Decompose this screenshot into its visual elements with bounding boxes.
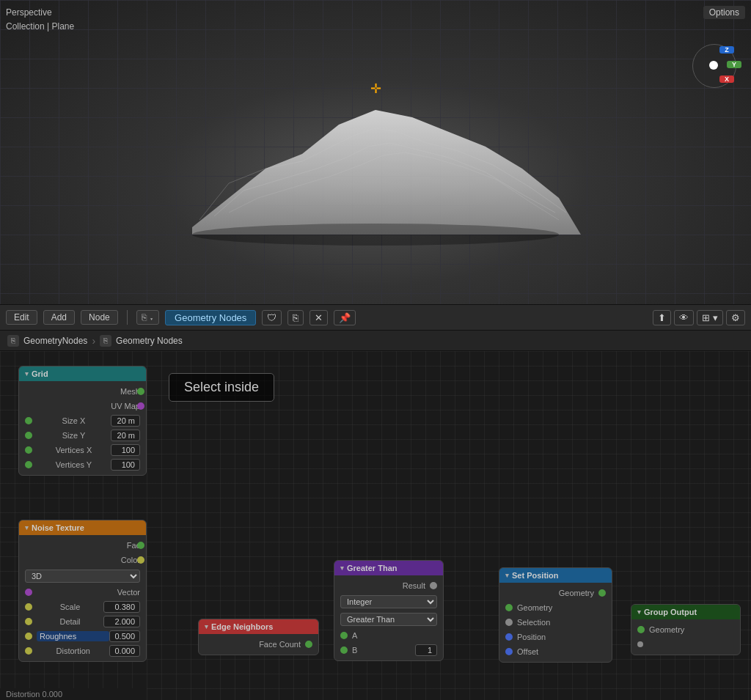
noise-detail-value[interactable]: 2.000 [103,616,140,627]
noise-distortion-label: Distortion [56,646,90,655]
pin-icon-btn[interactable]: 📌 [334,310,356,325]
noise-texture-node: ▾ Noise Texture Fac Color 3D Vector [18,520,147,662]
setpos-selection-row: Selection [505,615,606,630]
settings-icon-btn[interactable]: ⚙ [726,310,745,325]
noise-scale-socket[interactable] [25,603,32,611]
output-collapse-arrow[interactable]: ▾ [637,608,641,616]
upload-icon-btn[interactable]: ⬆ [653,310,671,325]
greater-operation-select[interactable]: Greater Than [340,613,437,626]
grid-vertsy-row: Vertices Y 100 [25,457,140,472]
crosshair: ✛ [370,81,381,97]
greater-than-body: Result Integer Greater Than A B 1 [334,575,443,660]
output-geom-row: Geometry [637,622,734,637]
grid-uv-socket[interactable] [137,402,144,410]
greater-b-value[interactable]: 1 [415,644,437,656]
noise-roughness-field[interactable]: Roughnes [37,631,109,641]
close-icon-btn[interactable]: ✕ [309,310,328,325]
noise-collapse-arrow[interactable]: ▾ [25,524,29,531]
grid-uv-row: UV Map [25,399,140,413]
viewport-label: Perspective Collection | Plane [6,6,74,34]
setpos-geom-in-socket[interactable] [505,604,513,611]
copy-icon-btn[interactable]: ⎘ [287,310,304,325]
greater-b-socket[interactable] [340,646,348,654]
gizmo-center-dot [709,61,718,70]
gizmo-z-axis[interactable]: Z [719,46,734,54]
noise-vector-socket[interactable] [25,589,32,596]
node-editor[interactable]: Select inside ▾ Grid Mesh UV Map Size X … [0,351,751,700]
view-icon-btn[interactable]: 👁 [674,310,694,325]
breadcrumb-root[interactable]: GeometryNodes [23,336,87,346]
grid-sizey-value[interactable]: 20 m [111,430,140,441]
noise-fac-row: Fac [25,538,140,553]
gizmo-x-axis[interactable]: X [719,75,734,83]
setpos-geom-in-row: Geometry [505,600,606,615]
noise-roughness-socket[interactable] [25,633,32,640]
viewport-gizmo[interactable]: Z Y X [689,40,740,92]
add-menu-button[interactable]: Add [43,310,75,325]
group-output-header[interactable]: ▾ Group Output [631,605,740,619]
edit-menu-button[interactable]: Edit [6,310,37,325]
breadcrumb-current[interactable]: Geometry Nodes [116,336,183,346]
noise-scale-value[interactable]: 0.380 [103,601,140,613]
setpos-selection-socket[interactable] [505,619,513,626]
greater-integer-select[interactable]: Integer [340,595,437,608]
grid-vertsy-label: Vertices Y [56,460,92,469]
setpos-selection-label: Selection [517,618,606,627]
gizmo-y-axis[interactable]: Y [727,61,741,68]
greater-a-socket[interactable] [340,632,348,639]
grid-sizex-value[interactable]: 20 m [111,415,140,427]
layout-icon-btn[interactable]: ⊞ ▾ [697,310,723,325]
greater-than-header[interactable]: ▾ Greater Than [334,561,443,575]
noise-node-header[interactable]: ▾ Noise Texture [19,520,146,535]
setpos-geom-in-label: Geometry [517,603,606,612]
grid-sizey-socket[interactable] [25,432,32,439]
options-button[interactable]: Options [703,6,745,19]
output-geom-socket[interactable] [637,626,645,633]
group-output-body: Geometry [631,619,740,655]
grid-node-header[interactable]: ▾ Grid [19,366,146,381]
noise-node-title: Noise Texture [32,523,84,532]
grid-mesh-socket[interactable] [137,388,144,395]
greater-collapse-arrow[interactable]: ▾ [340,564,344,572]
grid-sizex-socket[interactable] [25,417,32,424]
distortion-status: Distortion 0.000 [6,690,62,699]
edge-facecount-socket[interactable] [305,641,312,648]
noise-dim-select[interactable]: 3D [25,570,140,583]
grid-sizey-label: Size Y [62,431,86,440]
edge-neighbors-header[interactable]: ▾ Edge Neighbors [199,619,318,634]
shield-icon-btn[interactable]: 🛡 [262,310,282,325]
editor-type-selector[interactable]: ⎘ ▾ [136,310,159,325]
noise-color-label: Color [25,556,140,564]
noise-roughness-value[interactable]: 0.500 [109,630,140,642]
edge-collapse-arrow[interactable]: ▾ [205,623,208,630]
noise-color-socket[interactable] [137,556,144,564]
setpos-position-socket[interactable] [505,633,513,641]
noise-color-row: Color [25,553,140,567]
grid-sizex-row: Size X 20 m [25,413,140,428]
grid-vertsx-socket[interactable] [25,446,32,454]
setpos-geom-out-socket[interactable] [598,589,606,597]
noise-vector-label: Vector [117,588,140,597]
noise-node-body: Fac Color 3D Vector Scale 0.380 [19,535,146,661]
svg-point-1 [192,224,559,246]
set-position-header[interactable]: ▾ Set Position [499,568,612,583]
noise-detail-socket[interactable] [25,618,32,625]
gizmo-circle: Z Y X [692,44,736,88]
node-menu-button[interactable]: Node [81,310,118,325]
output-extra-socket[interactable] [637,641,643,647]
edge-neighbors-body: Face Count [199,634,318,655]
noise-fac-socket[interactable] [137,542,144,549]
node-tree-name[interactable]: Geometry Nodes [165,310,256,325]
grid-collapse-arrow[interactable]: ▾ [25,370,29,377]
greater-result-socket[interactable] [430,582,437,589]
setpos-offset-socket[interactable] [505,648,513,655]
3d-viewport[interactable]: Perspective Collection | Plane Options ✛… [0,0,751,304]
grid-vertsy-value[interactable]: 100 [111,459,140,471]
setpos-geom-out-row: Geometry [505,586,606,600]
noise-fac-label: Fac [25,541,140,550]
grid-vertsy-socket[interactable] [25,461,32,468]
noise-distortion-value[interactable]: 0.000 [109,645,140,657]
grid-vertsx-value[interactable]: 100 [111,444,140,456]
noise-distortion-socket[interactable] [25,647,32,655]
setpos-collapse-arrow[interactable]: ▾ [505,572,509,579]
